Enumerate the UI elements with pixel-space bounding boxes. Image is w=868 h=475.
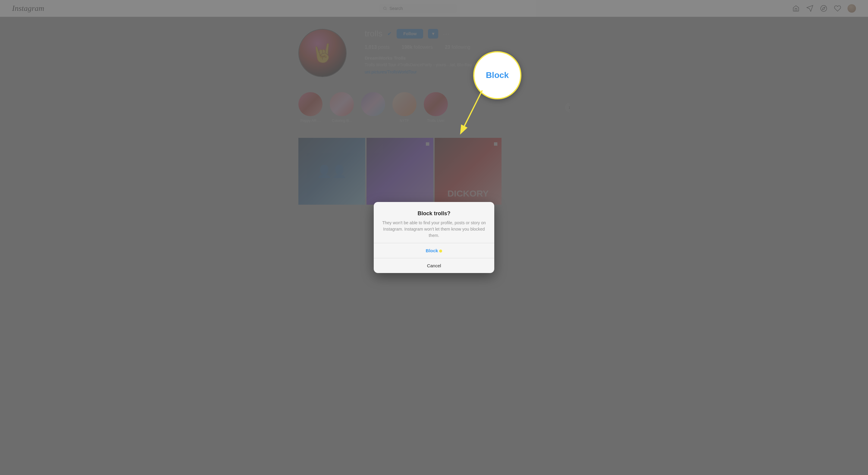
dialog-message: They won't be able to find your profile,…	[381, 220, 487, 239]
block-dialog: Block trolls? They won't be able to find…	[374, 202, 494, 273]
callout-block-text: Block	[486, 70, 509, 80]
callout-circle: Block	[473, 51, 521, 99]
callout-annotation: Block	[473, 51, 521, 99]
dialog-block-button[interactable]: Block	[374, 243, 494, 258]
dialog-header: Block trolls? They won't be able to find…	[374, 202, 494, 243]
block-dot-indicator	[439, 249, 442, 252]
dialog-backdrop: Block trolls? They won't be able to find…	[0, 0, 868, 475]
dialog-title: Block trolls?	[381, 210, 487, 217]
dialog-cancel-button[interactable]: Cancel	[374, 258, 494, 273]
